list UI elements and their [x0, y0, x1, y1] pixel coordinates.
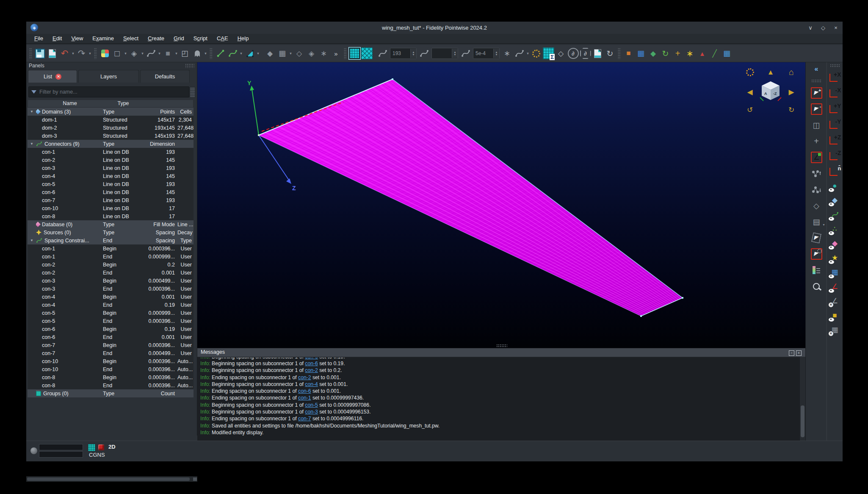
refresh-cae-icon[interactable]: ↻: [660, 48, 671, 59]
export-monitor-icon[interactable]: ▦: [635, 48, 647, 59]
spacing-field-value[interactable]: 5e-4: [473, 50, 493, 56]
pan-pad-button[interactable]: +: [811, 136, 822, 147]
expand-arrow-icon[interactable]: ▼: [28, 239, 36, 242]
show-database-surfaces-button[interactable]: ◆: [829, 194, 840, 206]
tree-group-row[interactable]: ▼Domains (3)TypePointsCells: [28, 108, 194, 116]
save-icon[interactable]: [34, 48, 46, 59]
average-spacing-field[interactable]: ▲▼: [431, 48, 458, 59]
messages-log[interactable]: Info: Beginning spacing on subconnector …: [197, 357, 800, 441]
zoom-page-icon[interactable]: [592, 48, 603, 59]
tree-row[interactable]: con-5End0.000396...User: [28, 317, 194, 325]
tree-row[interactable]: con-1Begin0.000396...User: [28, 244, 194, 253]
tab-defaults[interactable]: Defaults: [140, 70, 190, 83]
tree-row[interactable]: con-2Begin0.2User: [28, 261, 194, 269]
partial-octagon-icon[interactable]: ∂: [580, 48, 591, 59]
toolbar-grip[interactable]: [29, 48, 32, 59]
tree-row[interactable]: con-7End0.000499...User: [28, 349, 194, 357]
tree-row[interactable]: con-7Line on DB193: [28, 196, 194, 204]
tab-layers[interactable]: Layers: [78, 70, 139, 83]
append-grid-icon[interactable]: +: [672, 48, 683, 59]
tree-group-row[interactable]: Database (0)TypeFill ModeLine ...: [28, 220, 194, 228]
dropdown-caret-icon[interactable]: ▾: [158, 48, 161, 59]
show-cube-button[interactable]: ■: [829, 310, 840, 321]
messages-close-icon[interactable]: ×: [796, 350, 802, 356]
tree-row[interactable]: con-4Begin0.001User: [28, 293, 194, 301]
tree-row[interactable]: con-6Begin0.19User: [28, 325, 194, 333]
structured-domain-button[interactable]: [349, 48, 360, 59]
messages-scrollbar[interactable]: [799, 357, 805, 441]
tree-row[interactable]: dom-1Structured145x172,304: [28, 116, 194, 124]
messages-float-icon[interactable]: ▫: [789, 350, 794, 356]
select-remove-cursor-button[interactable]: ◤-: [811, 103, 822, 115]
tree-header-name[interactable]: Name: [36, 100, 103, 107]
title-bar[interactable]: ◈ wing_mesh_tut* - Fidelity Pointwise 20…: [26, 22, 843, 34]
gear-points-icon[interactable]: [531, 48, 542, 59]
dimension-field-value[interactable]: 193: [390, 50, 410, 56]
create-curve-icon[interactable]: [227, 48, 238, 59]
tree-row[interactable]: con-2End0.001User: [28, 269, 194, 277]
overflow-chevron-icon[interactable]: »: [330, 48, 342, 59]
collapse-panel-chevrons-icon[interactable]: «: [811, 63, 822, 75]
dropdown-caret-icon[interactable]: ▾: [124, 48, 127, 59]
spacing-field[interactable]: 5e-4▲▼: [473, 48, 500, 59]
diamond-outline-button[interactable]: ◇: [811, 200, 822, 211]
tree-row[interactable]: con-4End0.19User: [28, 301, 194, 309]
tree-row[interactable]: con-8Begin0.000396...Auto...: [28, 373, 194, 381]
view-plusz-button[interactable]: +Z: [829, 133, 841, 146]
tree-row[interactable]: dom-2Structured193x14527,648: [28, 124, 194, 132]
show-grid-button[interactable]: ▦: [829, 266, 840, 278]
maximize-button[interactable]: ◇: [820, 25, 827, 31]
angle-probe-button[interactable]: ∠: [811, 152, 822, 163]
wing-mesh-scene[interactable]: Y Z: [197, 62, 805, 348]
tree-row[interactable]: con-10End0.000396...Auto...: [28, 365, 194, 373]
menu-item-examine[interactable]: Examine: [88, 33, 119, 44]
tree-group-row[interactable]: ▼Connectors (9)TypeDimension: [28, 140, 194, 148]
expand-arrow-icon[interactable]: ▼: [28, 142, 36, 146]
reset-rotate-icon[interactable]: ↻: [604, 48, 616, 59]
dropdown-caret-icon[interactable]: ▾: [174, 48, 178, 59]
tree-row[interactable]: con-6Line on DB145: [28, 188, 194, 196]
tree-row[interactable]: con-1End0.000999...User: [28, 253, 194, 261]
connector-link[interactable]: con-7: [298, 416, 311, 422]
repair-domain-icon[interactable]: ∗: [318, 48, 329, 59]
edit-curve-icon[interactable]: ╱: [709, 48, 720, 59]
menu-item-view[interactable]: View: [66, 33, 88, 44]
hide-axes-button[interactable]: ∠×: [829, 295, 840, 307]
messages-title-bar[interactable]: Messages ▫ ×: [197, 348, 805, 357]
highlight-star-icon[interactable]: ∗: [684, 48, 696, 59]
menu-item-grid[interactable]: Grid: [169, 33, 189, 44]
dropdown-caret-icon[interactable]: ▾: [204, 48, 207, 59]
tree-group-row[interactable]: Groups (0)TypeCount: [28, 389, 194, 397]
dropdown-caret-icon[interactable]: ▾: [526, 48, 530, 59]
tree-row[interactable]: con-3Begin0.000499...User: [28, 277, 194, 285]
view-settings-gear-icon[interactable]: [746, 68, 754, 76]
solver-3d-cube-icon[interactable]: [98, 444, 104, 450]
select-box-cursor-button[interactable]: ◤: [811, 232, 822, 244]
roll-cw-arrow-icon[interactable]: ↻: [788, 106, 794, 114]
toolbar-grip[interactable]: [94, 48, 97, 59]
rotate-up-arrow-icon[interactable]: ▲: [767, 69, 774, 76]
menu-item-cae[interactable]: CAE: [212, 33, 233, 44]
tree-header-type[interactable]: Type: [103, 100, 143, 107]
undo-icon[interactable]: ↶: [59, 48, 70, 59]
database-cube-icon[interactable]: □: [111, 48, 123, 59]
connector-dimension-icon[interactable]: [377, 48, 388, 59]
tree-row[interactable]: con-8Line on DB17: [28, 212, 194, 220]
swap-entities-icon[interactable]: ◆: [647, 48, 659, 59]
minimize-button[interactable]: ∨: [807, 25, 814, 31]
display-viewport[interactable]: Y Z ▲ ⌂ ◀ A -Z ▶ ↺: [197, 62, 805, 348]
stacked-grids-button[interactable]: ▤▾: [811, 216, 822, 228]
menu-item-select[interactable]: Select: [119, 33, 143, 44]
scrollbar-thumb[interactable]: [27, 477, 190, 481]
connector-link[interactable]: con-1: [298, 395, 311, 401]
toolbar-grip[interactable]: [344, 48, 347, 59]
connector-link[interactable]: con-3: [305, 409, 318, 415]
shaded-surface-icon[interactable]: ■: [162, 48, 174, 59]
menu-item-help[interactable]: Help: [233, 33, 254, 44]
menu-item-script[interactable]: Script: [189, 33, 212, 44]
connector-link[interactable]: con-4: [305, 381, 318, 387]
connector-link[interactable]: con-2: [305, 367, 318, 373]
cursor-settings-button[interactable]: ◤: [811, 248, 822, 260]
spline-icon[interactable]: [145, 48, 157, 59]
dimension-field[interactable]: 193▲▼: [390, 48, 417, 59]
